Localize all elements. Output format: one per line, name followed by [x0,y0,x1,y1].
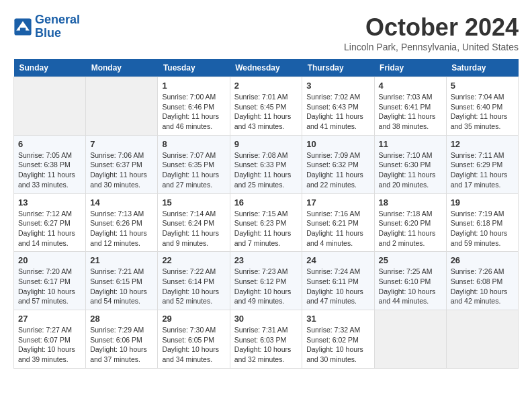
month-title: October 2024 [344,13,519,42]
day-info: Sunrise: 7:07 AM Sunset: 6:35 PM Dayligh… [162,150,225,190]
day-info: Sunrise: 7:19 AM Sunset: 6:18 PM Dayligh… [451,209,514,248]
calendar-cell: 26Sunrise: 7:26 AM Sunset: 6:08 PM Dayli… [446,252,518,310]
day-number: 25 [379,255,442,265]
calendar-cell: 25Sunrise: 7:25 AM Sunset: 6:10 PM Dayli… [374,252,446,310]
day-number: 14 [90,197,153,208]
calendar-cell [14,77,86,136]
day-info: Sunrise: 7:15 AM Sunset: 6:23 PM Dayligh… [234,209,298,248]
calendar-cell: 17Sunrise: 7:16 AM Sunset: 6:21 PM Dayli… [302,193,374,252]
calendar-cell: 7Sunrise: 7:06 AM Sunset: 6:37 PM Daylig… [86,135,158,193]
calendar-cell: 2Sunrise: 7:01 AM Sunset: 6:45 PM Daylig… [230,77,302,136]
week-row-1: 1Sunrise: 7:00 AM Sunset: 6:46 PM Daylig… [14,77,519,136]
calendar-cell: 19Sunrise: 7:19 AM Sunset: 6:18 PM Dayli… [446,193,518,252]
day-number: 26 [451,255,514,265]
day-info: Sunrise: 7:21 AM Sunset: 6:15 PM Dayligh… [90,267,153,306]
day-number: 11 [379,139,442,149]
weekday-header-saturday: Saturday [446,59,518,77]
day-number: 30 [234,314,298,324]
day-info: Sunrise: 7:24 AM Sunset: 6:11 PM Dayligh… [306,267,369,306]
day-info: Sunrise: 7:25 AM Sunset: 6:10 PM Dayligh… [379,267,442,306]
day-number: 9 [234,139,298,149]
weekday-header-tuesday: Tuesday [158,59,230,77]
calendar-cell: 5Sunrise: 7:04 AM Sunset: 6:40 PM Daylig… [446,77,518,136]
calendar-cell: 27Sunrise: 7:27 AM Sunset: 6:07 PM Dayli… [14,310,86,369]
day-number: 13 [18,197,81,208]
day-number: 21 [90,255,153,265]
calendar-cell: 3Sunrise: 7:02 AM Sunset: 6:43 PM Daylig… [302,77,374,136]
week-row-2: 6Sunrise: 7:05 AM Sunset: 6:38 PM Daylig… [14,135,519,193]
day-info: Sunrise: 7:11 AM Sunset: 6:29 PM Dayligh… [451,150,514,190]
logo-line1: General [35,13,80,26]
calendar-cell: 10Sunrise: 7:09 AM Sunset: 6:32 PM Dayli… [302,135,374,193]
day-number: 20 [18,255,81,265]
day-number: 2 [234,81,298,91]
logo-icon [13,17,32,36]
day-info: Sunrise: 7:26 AM Sunset: 6:08 PM Dayligh… [451,267,514,306]
day-info: Sunrise: 7:30 AM Sunset: 6:05 PM Dayligh… [162,325,225,365]
day-info: Sunrise: 7:09 AM Sunset: 6:32 PM Dayligh… [306,150,369,190]
day-number: 10 [306,139,369,149]
weekday-header-thursday: Thursday [302,59,374,77]
calendar-cell: 24Sunrise: 7:24 AM Sunset: 6:11 PM Dayli… [302,252,374,310]
calendar-cell: 28Sunrise: 7:29 AM Sunset: 6:06 PM Dayli… [86,310,158,369]
calendar-cell: 9Sunrise: 7:08 AM Sunset: 6:33 PM Daylig… [230,135,302,193]
week-row-3: 13Sunrise: 7:12 AM Sunset: 6:27 PM Dayli… [14,193,519,252]
weekday-header-sunday: Sunday [14,59,86,77]
calendar-cell: 4Sunrise: 7:03 AM Sunset: 6:41 PM Daylig… [374,77,446,136]
day-info: Sunrise: 7:03 AM Sunset: 6:41 PM Dayligh… [379,92,442,132]
day-info: Sunrise: 7:32 AM Sunset: 6:02 PM Dayligh… [306,325,369,365]
calendar-cell: 21Sunrise: 7:21 AM Sunset: 6:15 PM Dayli… [86,252,158,310]
week-row-4: 20Sunrise: 7:20 AM Sunset: 6:17 PM Dayli… [14,252,519,310]
day-info: Sunrise: 7:16 AM Sunset: 6:21 PM Dayligh… [306,209,369,248]
day-number: 31 [306,314,369,324]
day-info: Sunrise: 7:10 AM Sunset: 6:30 PM Dayligh… [379,150,442,190]
calendar-cell: 12Sunrise: 7:11 AM Sunset: 6:29 PM Dayli… [446,135,518,193]
day-info: Sunrise: 7:18 AM Sunset: 6:20 PM Dayligh… [379,209,442,248]
day-info: Sunrise: 7:06 AM Sunset: 6:37 PM Dayligh… [90,150,153,190]
day-info: Sunrise: 7:22 AM Sunset: 6:14 PM Dayligh… [162,267,225,306]
calendar-cell: 6Sunrise: 7:05 AM Sunset: 6:38 PM Daylig… [14,135,86,193]
day-number: 7 [90,139,153,149]
day-number: 18 [379,197,442,208]
calendar-cell: 11Sunrise: 7:10 AM Sunset: 6:30 PM Dayli… [374,135,446,193]
calendar-cell: 20Sunrise: 7:20 AM Sunset: 6:17 PM Dayli… [14,252,86,310]
calendar-cell [374,310,446,369]
day-number: 23 [234,255,298,265]
day-number: 24 [306,255,369,265]
day-number: 15 [162,197,225,208]
calendar-cell: 31Sunrise: 7:32 AM Sunset: 6:02 PM Dayli… [302,310,374,369]
calendar-cell [446,310,518,369]
day-info: Sunrise: 7:00 AM Sunset: 6:46 PM Dayligh… [162,92,225,132]
day-number: 5 [451,81,514,91]
weekday-header-wednesday: Wednesday [230,59,302,77]
location: Lincoln Park, Pennsylvania, United State… [344,42,519,52]
day-number: 17 [306,197,369,208]
day-info: Sunrise: 7:13 AM Sunset: 6:26 PM Dayligh… [90,209,153,248]
weekday-header-monday: Monday [86,59,158,77]
day-number: 12 [451,139,514,149]
calendar-cell: 29Sunrise: 7:30 AM Sunset: 6:05 PM Dayli… [158,310,230,369]
week-row-5: 27Sunrise: 7:27 AM Sunset: 6:07 PM Dayli… [14,310,519,369]
svg-rect-2 [20,28,26,32]
day-info: Sunrise: 7:02 AM Sunset: 6:43 PM Dayligh… [306,92,369,132]
calendar-cell [86,77,158,136]
day-number: 19 [451,197,514,208]
calendar-cell: 23Sunrise: 7:23 AM Sunset: 6:12 PM Dayli… [230,252,302,310]
day-info: Sunrise: 7:14 AM Sunset: 6:24 PM Dayligh… [162,209,225,248]
day-info: Sunrise: 7:01 AM Sunset: 6:45 PM Dayligh… [234,92,298,132]
day-info: Sunrise: 7:29 AM Sunset: 6:06 PM Dayligh… [90,325,153,365]
day-number: 29 [162,314,225,324]
day-number: 8 [162,139,225,149]
day-info: Sunrise: 7:31 AM Sunset: 6:03 PM Dayligh… [234,325,298,365]
calendar-cell: 18Sunrise: 7:18 AM Sunset: 6:20 PM Dayli… [374,193,446,252]
logo-line2: Blue [35,26,61,40]
day-info: Sunrise: 7:12 AM Sunset: 6:27 PM Dayligh… [18,209,81,248]
day-info: Sunrise: 7:23 AM Sunset: 6:12 PM Dayligh… [234,267,298,306]
title-block: October 2024 Lincoln Park, Pennsylvania,… [344,13,519,52]
calendar-cell: 15Sunrise: 7:14 AM Sunset: 6:24 PM Dayli… [158,193,230,252]
calendar-table: SundayMondayTuesdayWednesdayThursdayFrid… [13,59,519,369]
calendar-cell: 14Sunrise: 7:13 AM Sunset: 6:26 PM Dayli… [86,193,158,252]
weekday-header-row: SundayMondayTuesdayWednesdayThursdayFrid… [14,59,519,77]
logo-text: General Blue [35,13,80,40]
day-number: 27 [18,314,81,324]
